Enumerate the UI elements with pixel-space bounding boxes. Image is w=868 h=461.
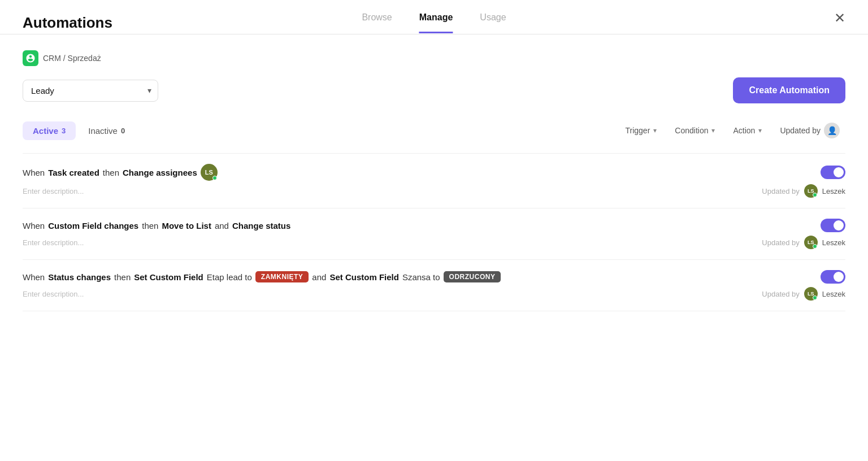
automation-text-1: When Task created then Change assignees …: [23, 164, 218, 181]
table-row: When Custom Field changes then Move to L…: [23, 208, 845, 260]
automation-desc-3: Enter description...: [23, 290, 757, 298]
automation-action-2b: Change status: [232, 221, 290, 230]
action-filter-label: Action: [733, 126, 755, 135]
status-tab-pills: Active 3 Inactive 0: [23, 121, 135, 140]
automation-then-2: then: [142, 221, 158, 230]
automation-desc-2: Enter description...: [23, 238, 757, 247]
condition-filter-button[interactable]: Condition ▾: [669, 123, 721, 138]
automation-top-1: When Task created then Change assignees …: [23, 164, 845, 181]
inactive-tab-badge: 0: [121, 127, 125, 135]
avatar-updated-2: LS: [804, 236, 818, 249]
toggle-slider-3: [821, 270, 845, 284]
automation-then-1: then: [103, 168, 119, 177]
active-tab-badge: 3: [62, 127, 66, 135]
automation-action-3a: Set Custom Field: [134, 272, 203, 282]
automation-action-1: Change assignees: [123, 168, 197, 177]
action-filter-button[interactable]: Action ▾: [727, 123, 767, 138]
user-name-3: Leszek: [822, 290, 845, 298]
automation-when-2: When: [23, 221, 45, 230]
list-select-wrapper: Leady ▾: [23, 80, 158, 102]
automation-when-1: When: [23, 168, 45, 177]
main-content: CRM / Sprzedaż Leady ▾ Create Automation…: [0, 34, 868, 311]
automation-desc-1: Enter description...: [23, 187, 757, 195]
page-title: Automations: [23, 14, 112, 32]
toggle-1[interactable]: [821, 166, 845, 179]
user-name-1: Leszek: [822, 187, 845, 195]
automation-when-3: When: [23, 272, 45, 282]
automation-field-szansa: Szansa to: [402, 272, 440, 282]
list-select[interactable]: Leady: [23, 80, 158, 102]
filter-row: Active 3 Inactive 0 Trigger ▾ Condition …: [23, 119, 845, 142]
toolbar-row: Leady ▾ Create Automation: [23, 77, 845, 103]
breadcrumb-text: CRM / Sprzedaż: [43, 54, 101, 63]
automation-text-3: When Status changes then Set Custom Fiel…: [23, 271, 501, 282]
updated-by-label: Updated by: [780, 126, 821, 135]
tag-odrzucony: ODRZUCONY: [444, 271, 501, 282]
updated-by-text-1: Updated by: [762, 187, 800, 195]
action-chevron-icon: ▾: [758, 127, 762, 134]
breadcrumb: CRM / Sprzedaż: [23, 50, 845, 66]
automation-text-2: When Custom Field changes then Move to L…: [23, 221, 290, 230]
automation-list: When Task created then Change assignees …: [23, 153, 845, 311]
condition-chevron-icon: ▾: [711, 127, 715, 134]
tab-usage[interactable]: Usage: [480, 12, 506, 33]
automation-then-3: then: [114, 272, 131, 282]
inactive-tab-label: Inactive: [88, 126, 118, 136]
trigger-filter-button[interactable]: Trigger ▾: [619, 123, 662, 138]
condition-filter-label: Condition: [675, 126, 708, 135]
automation-trigger-2: Custom Field changes: [48, 221, 138, 230]
automation-footer-2: Enter description... Updated by LS Lesze…: [23, 236, 845, 249]
header: Automations Browse Manage Usage ✕: [0, 0, 868, 34]
filter-controls: Trigger ▾ Condition ▾ Action ▾ Updated b…: [619, 119, 845, 142]
create-automation-button[interactable]: Create Automation: [733, 77, 845, 103]
tab-browse[interactable]: Browse: [362, 12, 392, 33]
crm-icon: [23, 50, 38, 66]
trigger-filter-label: Trigger: [625, 126, 650, 135]
toggle-slider-1: [821, 166, 845, 179]
updated-by-filter-button[interactable]: Updated by 👤: [774, 119, 845, 142]
tab-active[interactable]: Active 3: [23, 121, 76, 140]
automation-action-3b: Set Custom Field: [329, 272, 399, 282]
tab-inactive[interactable]: Inactive 0: [78, 121, 135, 140]
updated-by-text-2: Updated by: [762, 238, 800, 247]
tab-manage[interactable]: Manage: [419, 12, 453, 33]
user-name-2: Leszek: [822, 238, 845, 247]
updated-by-person-icon: 👤: [824, 123, 840, 138]
automation-action-2a: Move to List: [162, 221, 211, 230]
automation-field-lead: Etap lead to: [207, 272, 252, 282]
automation-top-3: When Status changes then Set Custom Fiel…: [23, 270, 845, 284]
automation-and-3: and: [312, 272, 326, 282]
online-dot-upd-1: [813, 193, 817, 197]
toggle-slider-2: [821, 219, 845, 232]
automation-top-2: When Custom Field changes then Move to L…: [23, 219, 845, 232]
online-dot-upd-2: [813, 244, 817, 249]
tag-zamkniety: ZAMKNIĘTY: [255, 271, 309, 282]
avatar-updated-1: LS: [804, 184, 818, 198]
table-row: When Status changes then Set Custom Fiel…: [23, 260, 845, 311]
toggle-2[interactable]: [821, 219, 845, 232]
table-row: When Task created then Change assignees …: [23, 154, 845, 208]
close-button[interactable]: ✕: [834, 11, 845, 34]
automation-trigger-1: Task created: [48, 168, 99, 177]
automation-footer-1: Enter description... Updated by LS Lesze…: [23, 184, 845, 198]
automation-and-2: and: [215, 221, 229, 230]
avatar-updated-3: LS: [804, 287, 818, 301]
tab-bar: Browse Manage Usage: [362, 12, 506, 33]
updated-by-text-3: Updated by: [762, 290, 800, 298]
trigger-chevron-icon: ▾: [653, 127, 657, 134]
online-dot-1: [212, 176, 217, 180]
toggle-3[interactable]: [821, 270, 845, 284]
active-tab-label: Active: [33, 126, 58, 136]
automation-trigger-3: Status changes: [48, 272, 111, 282]
avatar-1: LS: [201, 164, 218, 181]
automation-footer-3: Enter description... Updated by LS Lesze…: [23, 287, 845, 301]
online-dot-upd-3: [813, 295, 817, 300]
